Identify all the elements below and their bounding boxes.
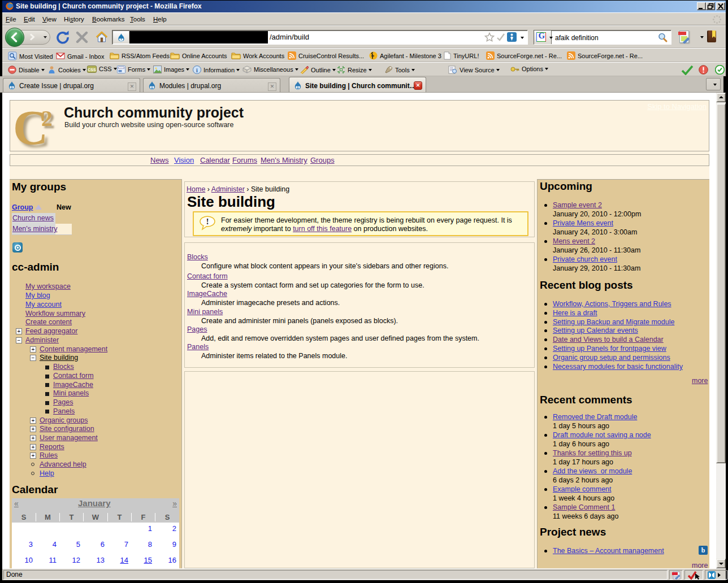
svg-text:CSS: CSS [88,68,96,72]
svg-text:!: ! [206,217,209,226]
svg-text:i: i [196,67,198,73]
